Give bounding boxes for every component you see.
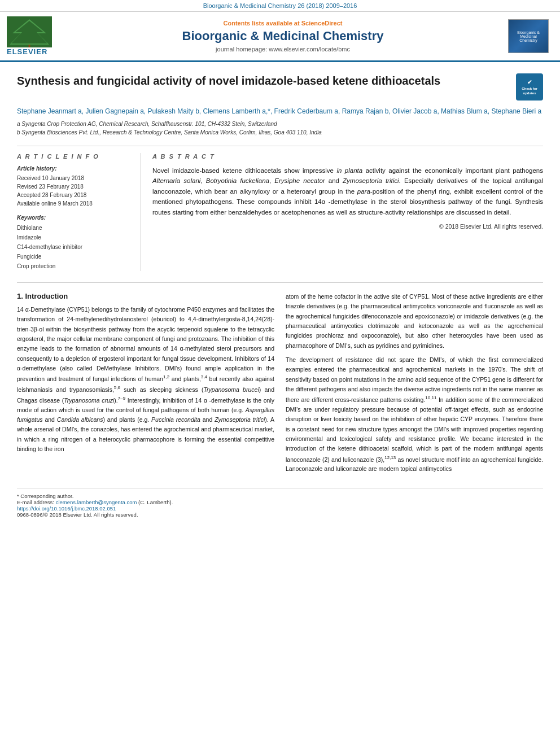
received-date: Received 10 January 2018 <box>17 174 132 182</box>
journal-citation-bar: Bioorganic & Medicinal Chemistry 26 (201… <box>0 0 560 12</box>
keyword-5: Crop protection <box>17 261 132 271</box>
journal-homepage: journal homepage: www.elsevier.com/locat… <box>63 46 502 53</box>
corresponding-author-note: * Corresponding author. <box>17 493 543 499</box>
copyright-notice: © 2018 Elsevier Ltd. All rights reserved… <box>152 223 543 230</box>
article-title-section: Synthesis and fungicidal activity of nov… <box>17 73 543 101</box>
elsevier-logo: ELSEVIER <box>7 16 58 56</box>
keywords-label: Keywords: <box>17 215 132 221</box>
authors-list: Stephane Jeanmart a, Julien Gagnepain a,… <box>17 106 543 116</box>
doi-text[interactable]: https://doi.org/10.1016/j.bmc.2018.02.05… <box>17 505 116 512</box>
keyword-1: Dithiolane <box>17 223 132 233</box>
check-updates-line2: updates <box>523 91 536 96</box>
check-updates-badge[interactable]: ✔ Check for updates <box>516 73 543 101</box>
body-right-column: atom of the heme cofactor in the active … <box>286 292 543 479</box>
affiliation-b: b Syngenta Biosciences Pvt. Ltd., Resear… <box>17 128 543 137</box>
article-title-text: Synthesis and fungicidal activity of nov… <box>17 73 440 88</box>
info-abstract-section: A R T I C L E I N F O Article history: R… <box>17 146 543 271</box>
body-paragraph-right-1: atom of the heme cofactor in the active … <box>286 292 543 351</box>
email-suffix: (C. Lamberth). <box>138 499 173 505</box>
available-date: Available online 9 March 2018 <box>17 199 132 208</box>
history-label: Article history: <box>17 165 132 172</box>
page-footer: * Corresponding author. E-mail address: … <box>17 488 543 518</box>
elsevier-tree-icon <box>7 16 52 47</box>
email-address[interactable]: clemens.lamberth@syngenta.com <box>56 499 137 505</box>
body-left-column: 1. Introduction 14 α-Demethylase (CYP51)… <box>17 292 274 479</box>
keyword-2: Imidazole <box>17 233 132 242</box>
affiliation-a: a Syngenta Crop Protection AG, Chemical … <box>17 120 543 128</box>
contents-label: Contents lists available at <box>224 20 300 27</box>
keyword-4: Fungicide <box>17 252 132 261</box>
email-line: E-mail address: clemens.lamberth@syngent… <box>17 499 543 505</box>
accepted-date: Accepted 28 February 2018 <box>17 191 132 199</box>
body-content: 1. Introduction 14 α-Demethylase (CYP51)… <box>17 282 543 479</box>
corresponding-star: * Corresponding author. <box>17 493 73 499</box>
affiliations: a Syngenta Crop Protection AG, Chemical … <box>17 120 543 137</box>
check-icon: ✔ <box>527 78 532 86</box>
article-info-column: A R T I C L E I N F O Article history: R… <box>17 153 141 271</box>
journal-title: Bioorganic & Medicinal Chemistry <box>63 29 502 43</box>
check-updates-line1: Check for <box>522 87 537 91</box>
journal-header-center: Contents lists available at ScienceDirec… <box>63 20 502 53</box>
authors-text: Stephane Jeanmart a, Julien Gagnepain a,… <box>17 107 541 115</box>
keyword-3: C14-demethylase inhibitor <box>17 242 132 252</box>
keywords-section: Keywords: Dithiolane Imidazole C14-demet… <box>17 215 132 271</box>
revised-date: Revised 23 February 2018 <box>17 182 132 191</box>
article-info-heading: A R T I C L E I N F O <box>17 153 132 160</box>
article-content: Synthesis and fungicidal activity of nov… <box>0 62 560 529</box>
homepage-label: journal homepage: www.elsevier.com/locat… <box>216 46 350 53</box>
abstract-column: A B S T R A C T Novel imidazole-based ke… <box>152 153 543 271</box>
science-direct-name[interactable]: ScienceDirect <box>301 20 343 27</box>
journal-cover-section: Bioorganic & Medicinal Chemistry <box>508 19 553 53</box>
abstract-heading: A B S T R A C T <box>152 153 543 160</box>
abstract-text: Novel imidazole-based ketene dithioaceta… <box>152 165 543 217</box>
intro-heading: 1. Introduction <box>17 292 274 300</box>
cover-text: Bioorganic & Medicinal Chemistry <box>511 30 546 42</box>
footer-doi[interactable]: https://doi.org/10.1016/j.bmc.2018.02.05… <box>17 505 543 512</box>
elsevier-wordmark: ELSEVIER <box>7 47 47 56</box>
body-paragraph-1: 14 α-Demethylase (CYP51) belongs to the … <box>17 305 274 454</box>
footer-issn: 0968-0896/© 2018 Elsevier Ltd. All right… <box>17 512 543 518</box>
email-label: E-mail address: <box>17 499 54 505</box>
journal-header: ELSEVIER Contents lists available at Sci… <box>0 12 560 62</box>
body-paragraph-right-2: The development of resistance did not sp… <box>286 355 543 474</box>
body-two-columns: 1. Introduction 14 α-Demethylase (CYP51)… <box>17 292 543 479</box>
elsevier-logo-section: ELSEVIER <box>7 16 58 56</box>
science-direct-link: Contents lists available at ScienceDirec… <box>63 20 502 27</box>
journal-cover-thumbnail: Bioorganic & Medicinal Chemistry <box>508 19 549 53</box>
other-text: other <box>432 332 445 339</box>
journal-citation-text: Bioorganic & Medicinal Chemistry 26 (201… <box>203 2 357 9</box>
